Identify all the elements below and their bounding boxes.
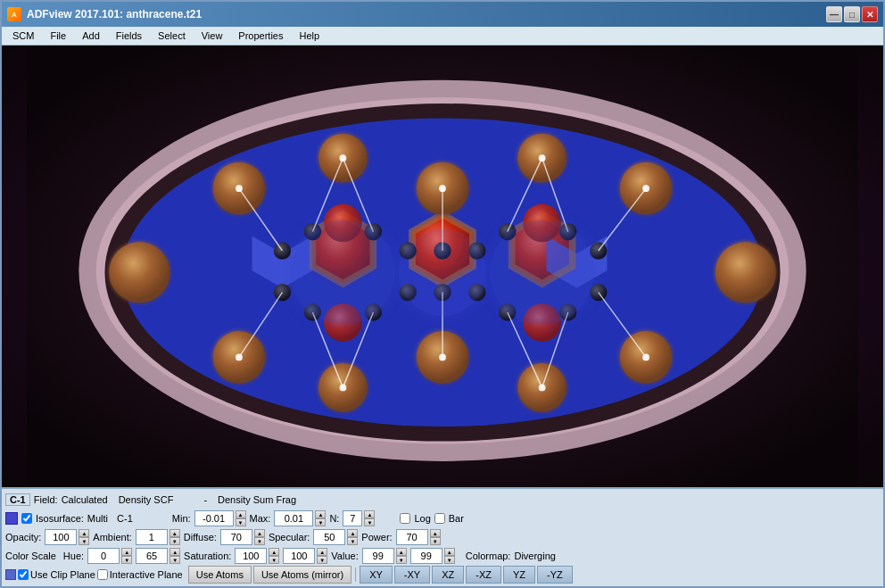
dash-sep: -: [203, 494, 207, 505]
svg-point-58: [539, 154, 546, 161]
power-input[interactable]: [396, 529, 428, 545]
menu-fields[interactable]: Fields: [109, 29, 149, 43]
max-spin-up[interactable]: ▲: [315, 510, 326, 518]
diffuse-spin-up[interactable]: ▲: [254, 529, 265, 537]
svg-point-66: [715, 242, 776, 302]
val2-spinner: ▲ ▼: [410, 548, 455, 564]
min-spin-down[interactable]: ▼: [236, 518, 246, 526]
menu-help[interactable]: Help: [292, 29, 327, 43]
svg-point-65: [109, 242, 170, 302]
sep1: [355, 567, 356, 582]
ambient-spinner-btns: ▲ ▼: [170, 529, 180, 545]
opacity-spin-up[interactable]: ▲: [79, 529, 89, 537]
xz-button[interactable]: XZ: [432, 566, 464, 584]
colormap-value: Diverging: [514, 551, 555, 561]
clip-checkbox[interactable]: [18, 569, 29, 580]
n-spin-down[interactable]: ▼: [364, 518, 375, 526]
hue1-spinner-btns: ▲ ▼: [121, 548, 132, 564]
val1-spin-up[interactable]: ▲: [396, 548, 407, 556]
ambient-spin-down[interactable]: ▼: [170, 537, 180, 545]
menu-view[interactable]: View: [194, 29, 230, 43]
bottom-panel: C-1 Field: Calculated Density SCF - Dens…: [2, 487, 883, 586]
3d-viewport[interactable]: [2, 46, 883, 487]
n-input[interactable]: [343, 510, 362, 526]
window-title: ADFview 2017.101: anthracene.t21: [27, 8, 202, 21]
hue2-spinner-btns: ▲ ▼: [170, 548, 180, 564]
diffuse-spin-down[interactable]: ▼: [254, 537, 265, 545]
menu-properties[interactable]: Properties: [231, 29, 290, 43]
opacity-input[interactable]: [45, 529, 77, 545]
val1-input[interactable]: [362, 548, 394, 564]
specular-spin-down[interactable]: ▼: [347, 537, 358, 545]
min-input[interactable]: [194, 510, 234, 526]
xy-button[interactable]: XY: [360, 566, 393, 584]
val2-spin-down[interactable]: ▼: [444, 556, 455, 564]
power-spin-up[interactable]: ▲: [430, 529, 441, 537]
bar-checkbox[interactable]: [434, 513, 445, 524]
iso-row: Isosurface: Multi C-1 Min: ▲ ▼ Max: ▲ ▼ …: [5, 509, 880, 527]
hue1-input[interactable]: [87, 548, 120, 564]
app-icon: A: [7, 7, 21, 21]
sat2-spin-up[interactable]: ▲: [317, 548, 327, 556]
log-checkbox[interactable]: [400, 513, 410, 524]
color-row: Color Scale Hue: ▲ ▼ ▲ ▼ Saturation:: [5, 547, 880, 565]
ambient-input[interactable]: [136, 529, 168, 545]
hue1-spin-up[interactable]: ▲: [121, 548, 132, 556]
hue2-input[interactable]: [136, 548, 168, 564]
diffuse-input[interactable]: [220, 529, 252, 545]
specular-input[interactable]: [313, 529, 345, 545]
title-buttons: — □ ✕: [826, 6, 878, 22]
power-spin-down[interactable]: ▼: [430, 537, 441, 545]
opacity-spinner: ▲ ▼: [45, 529, 89, 545]
max-input[interactable]: [274, 510, 313, 526]
max-spinner-btns: ▲ ▼: [315, 510, 326, 526]
sat1-input[interactable]: [235, 548, 267, 564]
menu-file[interactable]: File: [43, 29, 73, 43]
diffuse-label: Diffuse:: [184, 532, 217, 542]
neg-xy-button[interactable]: -XY: [394, 566, 430, 584]
ambient-spin-up[interactable]: ▲: [170, 529, 180, 537]
minimize-button[interactable]: —: [826, 6, 842, 22]
color-scale-label: Color Scale: [5, 551, 56, 561]
svg-point-60: [236, 354, 243, 361]
maximize-button[interactable]: □: [844, 6, 860, 22]
menu-select[interactable]: Select: [151, 29, 193, 43]
use-atoms-button[interactable]: Use Atoms: [188, 566, 252, 584]
sat2-input[interactable]: [283, 548, 315, 564]
interactive-plane-checkbox[interactable]: [97, 569, 108, 580]
opacity-spin-down[interactable]: ▼: [79, 537, 89, 545]
value-label: Value:: [331, 551, 358, 561]
sat1-spin-down[interactable]: ▼: [269, 556, 279, 564]
use-atoms-mirror-button[interactable]: Use Atoms (mirror): [253, 566, 352, 584]
n-spin-up[interactable]: ▲: [364, 510, 375, 518]
min-spin-up[interactable]: ▲: [236, 510, 246, 518]
svg-point-62: [439, 354, 446, 361]
menu-add[interactable]: Add: [75, 29, 107, 43]
sat2-spin-down[interactable]: ▼: [317, 556, 327, 564]
n-spinner: ▲ ▼: [343, 510, 375, 526]
hue1-spinner: ▲ ▼: [87, 548, 132, 564]
max-spin-down[interactable]: ▼: [315, 518, 326, 526]
sat1-spin-up[interactable]: ▲: [269, 548, 279, 556]
val2-input[interactable]: [410, 548, 442, 564]
use-clip-label: Use Clip Plane: [30, 569, 95, 580]
hue2-spin-up[interactable]: ▲: [170, 548, 180, 556]
svg-point-56: [340, 154, 347, 161]
hue2-spin-down[interactable]: ▼: [170, 556, 180, 564]
svg-point-59: [642, 185, 649, 192]
yz-button[interactable]: YZ: [503, 566, 535, 584]
val2-spin-up[interactable]: ▲: [444, 548, 455, 556]
val2-spinner-btns: ▲ ▼: [444, 548, 455, 564]
neg-yz-button[interactable]: -YZ: [537, 566, 573, 584]
close-button[interactable]: ✕: [862, 6, 878, 22]
svg-point-61: [340, 385, 347, 392]
specular-spin-up[interactable]: ▲: [347, 529, 358, 537]
val1-spin-down[interactable]: ▼: [396, 556, 407, 564]
neg-xz-button[interactable]: -XZ: [466, 566, 501, 584]
n-label: N:: [329, 513, 339, 524]
c1-badge: C-1: [5, 493, 30, 506]
iso-checkbox[interactable]: [21, 513, 32, 524]
specular-spinner-btns: ▲ ▼: [347, 529, 358, 545]
menu-scm[interactable]: SCM: [5, 29, 41, 43]
hue1-spin-down[interactable]: ▼: [121, 556, 132, 564]
